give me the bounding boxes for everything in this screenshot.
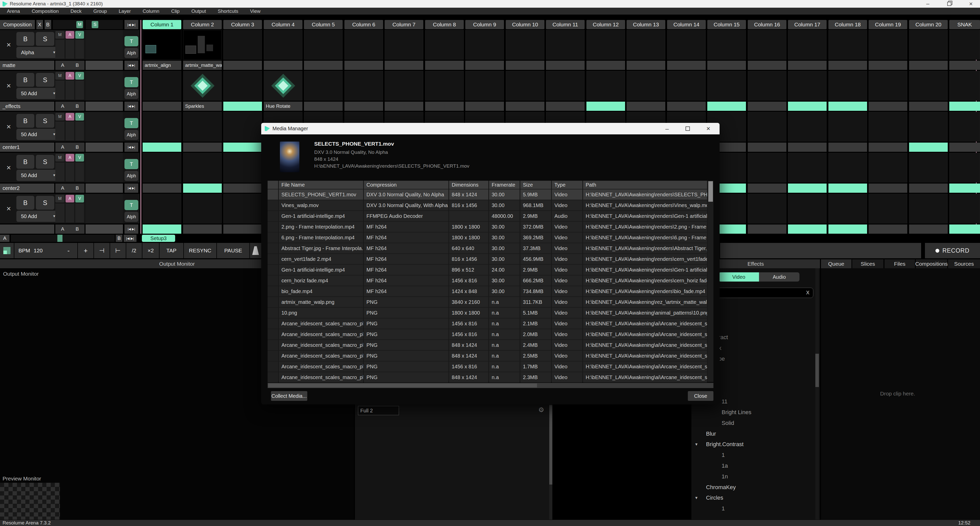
table-row-10-type[interactable]: Video [552,286,582,296]
layer-clear-button[interactable]: × [3,30,15,60]
table-row-2-size[interactable]: 968.1MB [520,200,551,210]
table-row-13-file[interactable]: Arcane_iridescent_scales_macro_ph... [279,318,363,329]
panel-tab-slices[interactable]: Slices [852,259,883,268]
table-row-2-comp[interactable]: DXV 3.0 Normal Quality, With Alpha [364,200,449,210]
clip-thumb-r3c16[interactable] [748,112,786,141]
column-header-18[interactable]: Column 18 [829,20,867,29]
nudge-right-button[interactable]: ⊢ [110,243,126,258]
queue-panel[interactable]: Drop clip here. [821,268,980,520]
clip-thumb-r1c18[interactable] [829,30,867,60]
clip-label-r1c17[interactable] [788,60,827,70]
layer-bypass-button[interactable]: B [16,155,34,169]
layer-a-button[interactable]: A [65,195,74,202]
table-row-16-gutter[interactable] [267,351,278,361]
layer-transition-blend-button[interactable]: Alph [124,89,138,99]
layer-a-button[interactable]: A [65,72,74,79]
deck-tab-setup3[interactable]: Setup3 [142,235,175,242]
crossfader-handle[interactable] [57,235,62,242]
clip-label-r2c16[interactable] [748,102,786,111]
clip-label-r2c17[interactable] [788,102,827,111]
table-header-dimensions[interactable]: Dimensions [449,181,488,189]
clip-thumb-r5c17[interactable] [788,194,827,224]
clip-thumb-r5c21[interactable] [949,194,980,224]
column-header-21[interactable]: SNAK [949,20,980,29]
clip-label-r2c15[interactable] [707,102,746,111]
table-row-8-fps[interactable]: 24.00 [489,265,520,275]
close-icon[interactable]: × [964,0,978,8]
clip-label-r4c19[interactable] [869,184,907,193]
layer-prev-next[interactable]: |◀▶| [124,60,138,70]
clip-label-r3c19[interactable] [869,143,907,152]
clip-thumb-r2c7[interactable] [385,71,423,100]
menu-item-arena[interactable]: Arena [1,8,26,14]
table-row-15-fps[interactable]: n.a [489,340,520,350]
clip-thumb-r2c17[interactable] [788,71,827,100]
table-row-18-dim[interactable]: 848 x 1424 [449,372,488,382]
table-row-3-path[interactable]: H:\bENNET_LAVA\Awakening\renders\Gen-1 a… [583,211,707,221]
table-row-4-fps[interactable]: 30.00 [489,222,520,232]
layer-transition-blend-button[interactable]: Alph [124,48,138,58]
clip-label-r4c17[interactable] [788,184,827,193]
nudge-left-button[interactable]: ⊣ [94,243,110,258]
table-row-9-size[interactable]: 666.2MB [520,275,551,286]
layer-solo-button[interactable]: S [36,32,54,46]
clip-label-r1c12[interactable] [586,60,625,70]
dialog-close-button[interactable]: Close [688,391,713,401]
clip-label-r1c2[interactable]: artmix_matte_walp [183,60,222,70]
clip-thumb-r1c3[interactable] [223,30,262,60]
layer-name-label[interactable]: center2 [0,184,54,193]
clip-label-r5c16[interactable] [748,224,786,234]
table-row-6-dim[interactable]: 640 x 640 [449,243,488,253]
table-row-14-comp[interactable]: PNG [364,329,449,339]
clip-thumb-r2c8[interactable] [425,71,464,100]
table-row-3-size[interactable]: 2.9MB [520,211,551,221]
clip-label-r1c9[interactable] [465,60,504,70]
composition-prev-next[interactable]: |◀▶| [124,20,138,29]
panel-tab-files[interactable]: Files [885,259,915,268]
layer-ab-assign[interactable]: AB [55,184,84,193]
clip-label-r3c3[interactable] [223,143,262,152]
table-row-6-file[interactable]: Abstract Tiger.jpg - Frame Interpola... [279,243,363,253]
table-row-1-dim[interactable]: 848 x 1424 [449,189,488,200]
composition-m-button[interactable]: M [76,21,83,28]
clip-label-r2c6[interactable] [344,102,383,111]
clip-label-r3c17[interactable] [788,143,827,152]
table-row-11-type[interactable]: Video [552,297,582,307]
gear-icon[interactable]: ⚙ [538,406,544,414]
clip-label-r2c21[interactable] [949,102,980,111]
clip-thumb-r4c3[interactable] [223,153,262,183]
clip-label-r4c3[interactable] [223,184,262,193]
clip-thumb-r1c14[interactable] [667,30,706,60]
prev-icon[interactable]: |◀ [126,237,130,240]
clip-thumb-r2c3[interactable] [223,71,262,100]
clip-thumb-r1c17[interactable] [788,30,827,60]
table-row-10-fps[interactable]: 30.00 [489,286,520,296]
clip-thumb-r1c21[interactable] [949,30,980,60]
effects-scrollbar[interactable] [815,268,819,520]
clip-label-r2c5[interactable] [304,102,343,111]
layer-clear-button[interactable]: × [3,194,15,224]
table-row-10-size[interactable]: 734.8MB [520,286,551,296]
table-row-10-gutter[interactable] [267,286,278,296]
panel-tab-compositions[interactable]: Compositions [916,259,947,268]
table-row-14-file[interactable]: Arcane_iridescent_scales_macro_ph... [279,329,363,339]
clip-label-r4c1[interactable] [143,184,181,193]
clip-label-r2c9[interactable] [465,102,504,111]
table-row-17-size[interactable]: 1.7MB [520,361,551,372]
column-header-6[interactable]: Column 6 [344,20,383,29]
clip-thumb-r4c16[interactable] [748,153,786,183]
clip-thumb-r1c5[interactable] [304,30,343,60]
metronome-button[interactable] [250,243,261,258]
clip-thumb-r5c19[interactable] [869,194,907,224]
minimize-icon[interactable]: – [921,0,934,8]
bpm-display[interactable]: BPM 120 [14,243,63,258]
record-button[interactable]: RECORD [925,243,980,258]
clip-label-r2c2[interactable]: Sparkles [183,102,222,111]
table-row-6-comp[interactable]: MF h264 [364,243,449,253]
table-row-6-gutter[interactable] [267,243,278,253]
table-row-15-path[interactable]: H:\bENNET_LAVA\Awakening\ai\Arcane_iride… [583,340,707,350]
clip-label-r4c18[interactable] [829,184,867,193]
table-row-15-gutter[interactable] [267,340,278,350]
table-row-7-path[interactable]: H:\bENNET_LAVA\Awakening\renders\cern_ve… [583,254,707,264]
layer-name-label[interactable]: center1 [0,143,54,152]
